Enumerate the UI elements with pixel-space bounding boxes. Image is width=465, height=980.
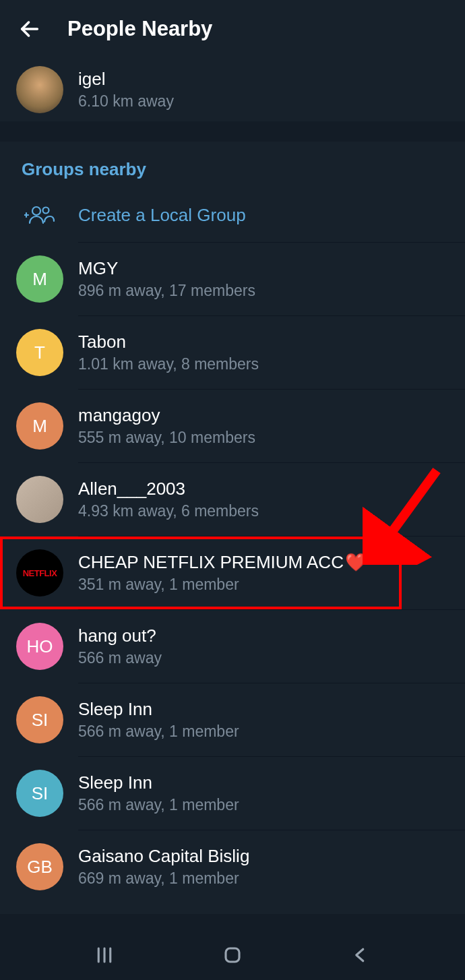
nav-recents-button[interactable]	[84, 935, 125, 975]
group-sub: 1.01 km away, 8 members	[78, 355, 449, 373]
row-text: mangagoy555 m away, 10 members	[78, 405, 449, 447]
group-sub: 896 m away, 17 members	[78, 282, 449, 300]
group-name: Tabon	[78, 332, 449, 353]
avatar: NETFLIX	[16, 549, 63, 596]
group-row[interactable]: MMGY896 m away, 17 members	[0, 243, 465, 315]
groups-nearby-header: Groups nearby	[0, 142, 465, 188]
section-gap	[0, 121, 465, 142]
group-sub: 566 m away, 1 member	[78, 723, 449, 741]
group-sub: 566 m away	[78, 649, 449, 667]
group-name: Gaisano Capital Bislig	[78, 846, 449, 867]
group-sub: 4.93 km away, 6 members	[78, 502, 449, 520]
group-name: Sleep Inn	[78, 772, 449, 793]
row-text: igel 6.10 km away	[78, 69, 449, 111]
avatar: M	[16, 402, 63, 450]
row-text: Sleep Inn566 m away, 1 member	[78, 699, 449, 741]
group-sub: 555 m away, 10 members	[78, 429, 449, 447]
avatar	[16, 66, 63, 113]
avatar: SI	[16, 770, 63, 817]
group-name: Sleep Inn	[78, 699, 449, 720]
group-row[interactable]: Allen___20034.93 km away, 6 members	[0, 463, 465, 536]
group-name: hang out?	[78, 625, 449, 646]
group-name: mangagoy	[78, 405, 449, 426]
create-local-group-label: Create a Local Group	[78, 205, 246, 226]
avatar: GB	[16, 843, 63, 890]
nav-home-button[interactable]	[212, 935, 253, 975]
header: People Nearby	[0, 0, 465, 58]
bottom-gap	[0, 914, 465, 930]
arrow-left-icon	[18, 18, 41, 40]
group-name: MGY	[78, 258, 449, 279]
system-navbar	[0, 930, 465, 980]
svg-point-4	[43, 208, 49, 214]
group-name: CHEAP NETFLIX PREMIUM ACC❤️	[78, 552, 385, 573]
row-text: Gaisano Capital Bislig669 m away, 1 memb…	[78, 846, 449, 888]
create-local-group-button[interactable]: Create a Local Group	[0, 188, 465, 242]
user-name: igel	[78, 69, 449, 90]
avatar: T	[16, 329, 63, 376]
group-row[interactable]: HOhang out?566 m away	[0, 610, 465, 683]
row-text: Allen___20034.93 km away, 6 members	[78, 479, 449, 520]
group-list: MMGY896 m away, 17 membersTTabon1.01 km …	[0, 243, 465, 903]
nearby-user-row[interactable]: igel 6.10 km away	[0, 58, 465, 121]
row-text: Sleep Inn566 m away, 1 member	[78, 772, 449, 814]
group-row[interactable]: NETFLIXCHEAP NETFLIX PREMIUM ACC❤️351 m …	[0, 537, 402, 609]
group-sub: 566 m away, 1 member	[78, 796, 449, 814]
svg-point-3	[32, 207, 40, 215]
row-text: hang out?566 m away	[78, 625, 449, 667]
group-row[interactable]: TTabon1.01 km away, 8 members	[0, 316, 465, 389]
recents-icon	[94, 945, 115, 965]
row-text: MGY896 m away, 17 members	[78, 258, 449, 300]
group-sub: 669 m away, 1 member	[78, 869, 449, 888]
avatar: HO	[16, 623, 63, 670]
avatar: SI	[16, 696, 63, 743]
row-text: CHEAP NETFLIX PREMIUM ACC❤️351 m away, 1…	[78, 552, 385, 594]
user-distance: 6.10 km away	[78, 92, 449, 111]
row-text: Tabon1.01 km away, 8 members	[78, 332, 449, 373]
home-icon	[222, 945, 243, 965]
nav-back-icon	[350, 945, 371, 965]
group-row[interactable]: GBGaisano Capital Bislig669 m away, 1 me…	[0, 830, 465, 903]
svg-rect-11	[226, 948, 239, 962]
add-group-icon	[16, 203, 63, 227]
group-row[interactable]: SISleep Inn566 m away, 1 member	[0, 757, 465, 830]
avatar: M	[16, 255, 63, 303]
group-row[interactable]: Mmangagoy555 m away, 10 members	[0, 390, 465, 462]
back-button[interactable]	[16, 16, 43, 42]
avatar	[16, 476, 63, 523]
group-name: Allen___2003	[78, 479, 449, 499]
group-sub: 351 m away, 1 member	[78, 576, 385, 594]
page-title: People Nearby	[67, 17, 212, 41]
nav-back-button[interactable]	[340, 935, 381, 975]
group-row[interactable]: SISleep Inn566 m away, 1 member	[0, 683, 465, 756]
heart-icon: ❤️	[345, 552, 367, 573]
